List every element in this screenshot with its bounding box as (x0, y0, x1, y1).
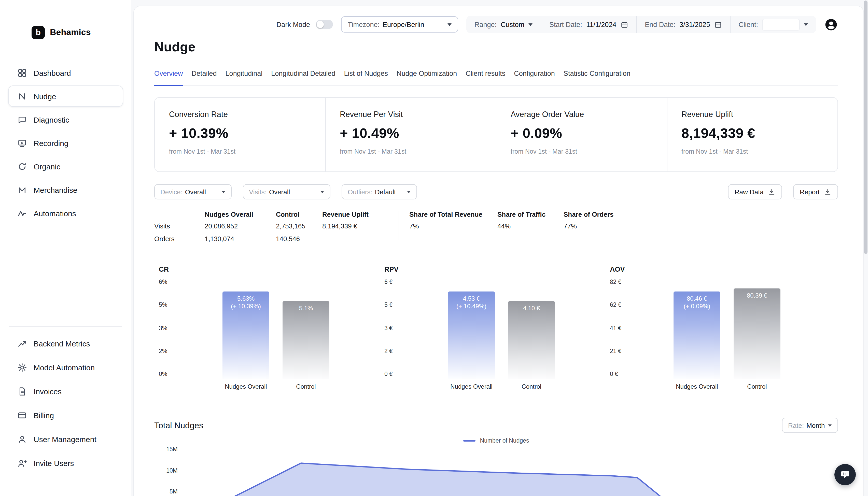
timezone-select[interactable]: Timezone: Europe/Berlin (341, 16, 458, 33)
bar-nudges-overall[interactable]: 5.63% (+ 10.39%) (223, 292, 269, 379)
dashboard-icon (17, 68, 27, 78)
range-select[interactable]: Range: Custom (466, 16, 540, 33)
client-value[interactable] (762, 19, 800, 30)
summary-table: Nudges Overall Control Revenue Uplift Vi… (154, 210, 838, 245)
metric-card-average-order-value: Average Order Value + 0.09% from Nov 1st… (496, 98, 667, 171)
tab-configuration[interactable]: Configuration (514, 70, 555, 86)
sidebar-item-invite-users[interactable]: Invite Users (8, 452, 123, 474)
scrollbar-thumb[interactable] (864, 0, 868, 254)
sidebar-item-backend-metrics[interactable]: Backend Metrics (8, 333, 123, 354)
cell-visits-nudges: 20,086,952 (205, 220, 276, 232)
total-nudges-chart: 15M 10M 5M (154, 447, 838, 496)
range-value: Custom (501, 20, 524, 28)
chevron-down-icon (529, 23, 533, 26)
sidebar-item-diagnostic[interactable]: Diagnostic (8, 109, 123, 130)
metric-period: from Nov 1st - Mar 31st (169, 148, 311, 155)
report-button[interactable]: Report (793, 184, 838, 199)
tab-list-of-nudges[interactable]: List of Nudges (344, 70, 388, 86)
range-label: Range: (474, 20, 497, 28)
metric-card-revenue-per-visit: Revenue Per Visit + 10.49% from Nov 1st … (325, 98, 496, 171)
tab-longitudinal-detailed[interactable]: Longitudinal Detailed (271, 70, 335, 86)
visits-value: Overall (269, 188, 290, 196)
filter-row: Device: Overall Visits: Overall Outliers… (154, 184, 838, 199)
column-header-control: Control (276, 210, 322, 220)
recording-icon (17, 138, 27, 148)
end-date-value: 3/31/2025 (680, 20, 710, 28)
dark-mode-toggle[interactable] (316, 20, 333, 29)
rate-select[interactable]: Rate: Month (782, 418, 838, 433)
outliers-select[interactable]: Outliers: Default (341, 184, 417, 199)
sidebar-item-recording[interactable]: Recording (8, 132, 123, 154)
share-stats: Share of Total Revenue 7% Share of Traff… (409, 210, 620, 245)
column-header-revenue-uplift: Revenue Uplift (322, 210, 399, 220)
end-date-field[interactable]: End Date: 3/31/2025 (636, 16, 730, 33)
sidebar-item-label: Recording (34, 139, 68, 147)
sidebar-item-user-management[interactable]: User Management (8, 428, 123, 450)
device-select[interactable]: Device: Overall (154, 184, 232, 199)
download-icon (768, 188, 775, 195)
sidebar-item-label: Model Automation (34, 363, 95, 372)
calendar-icon[interactable] (620, 20, 628, 28)
sidebar-item-label: Organic (34, 162, 60, 171)
download-icon (824, 188, 831, 195)
tab-detailed[interactable]: Detailed (192, 70, 217, 86)
chevron-down-icon (804, 23, 808, 26)
metric-cards: Conversion Rate + 10.39% from Nov 1st - … (154, 97, 838, 172)
sidebar-item-organic[interactable]: Organic (8, 156, 123, 177)
start-date-value: 11/1/2024 (586, 20, 616, 28)
chart-title: RPV (384, 266, 555, 273)
bar-control[interactable]: 5.1% (283, 301, 330, 379)
raw-data-button[interactable]: Raw Data (728, 184, 782, 199)
y-tick: 15M (154, 446, 178, 452)
sidebar-item-invoices[interactable]: Invoices (8, 381, 123, 402)
merchandise-icon (17, 185, 27, 195)
dark-mode-label: Dark Mode (276, 20, 310, 28)
tab-longitudinal[interactable]: Longitudinal (226, 70, 263, 86)
rate-label: Rate: (788, 421, 804, 429)
sidebar-item-nudge[interactable]: Nudge (8, 86, 123, 107)
start-date-field[interactable]: Start Date: 11/1/2024 (540, 16, 636, 33)
chart-title: CR (159, 266, 330, 273)
kpi-bar-charts: CR 6% 5% 3% 2% 0% 5.63% (154, 266, 838, 390)
bar-nudges-overall[interactable]: 4.53 € (+ 10.49%) (448, 292, 495, 379)
bar-control[interactable]: 4.10 € (508, 301, 555, 379)
sidebar-item-automations[interactable]: Automations (8, 202, 123, 224)
chat-launcher-button[interactable] (834, 464, 856, 485)
chart-title: AOV (610, 266, 780, 273)
bar-nudges-overall[interactable]: 80.46 € (+ 0.09%) (673, 292, 720, 379)
sidebar-item-model-automation[interactable]: Model Automation (8, 357, 123, 378)
brand-logo[interactable]: b Behamics (0, 26, 131, 39)
sidebar-item-dashboard[interactable]: Dashboard (8, 62, 123, 83)
tab-client-results[interactable]: Client results (466, 70, 505, 86)
visits-label: Visits: (249, 188, 267, 196)
metric-value: 8,194,339 € (682, 126, 823, 141)
sidebar-item-label: User Management (34, 435, 96, 443)
share-orders-value: 77% (564, 220, 620, 232)
cell-orders-control: 140,546 (276, 232, 322, 245)
share-traffic-value: 44% (497, 220, 564, 232)
client-select[interactable]: Client: (730, 16, 816, 33)
app-window: b Behamics Dashboard Nudge Diagnostic Re… (0, 0, 868, 496)
tab-nudge-optimization[interactable]: Nudge Optimization (397, 70, 457, 86)
outliers-label: Outliers: (348, 188, 372, 196)
date-range-group: Range: Custom Start Date: 11/1/2024 End … (466, 16, 816, 33)
total-nudges-section: Total Nudges Rate: Month Number of Nudge… (154, 418, 838, 496)
sidebar-item-label: Backend Metrics (34, 339, 90, 348)
user-avatar[interactable] (824, 18, 838, 31)
calendar-icon[interactable] (714, 20, 722, 28)
tab-overview[interactable]: Overview (154, 70, 183, 86)
line-chart-canvas[interactable] (182, 447, 837, 496)
share-traffic-label: Share of Traffic (497, 210, 564, 220)
sidebar-item-merchandise[interactable]: Merchandise (8, 179, 123, 200)
sidebar-item-label: Dashboard (34, 68, 71, 77)
gear-icon (17, 362, 27, 372)
tab-statistic-configuration[interactable]: Statistic Configuration (564, 70, 630, 86)
sidebar: b Behamics Dashboard Nudge Diagnostic Re… (0, 0, 131, 496)
bar-control[interactable]: 80.39 € (734, 289, 780, 379)
legend-number-of-nudges[interactable]: Number of Nudges (154, 437, 838, 444)
sidebar-item-billing[interactable]: Billing (8, 404, 123, 426)
organic-icon (17, 161, 27, 171)
metric-period: from Nov 1st - Mar 31st (511, 148, 652, 155)
visits-select[interactable]: Visits: Overall (243, 184, 331, 199)
cr-chart: CR 6% 5% 3% 2% 0% 5.63% (159, 266, 330, 390)
